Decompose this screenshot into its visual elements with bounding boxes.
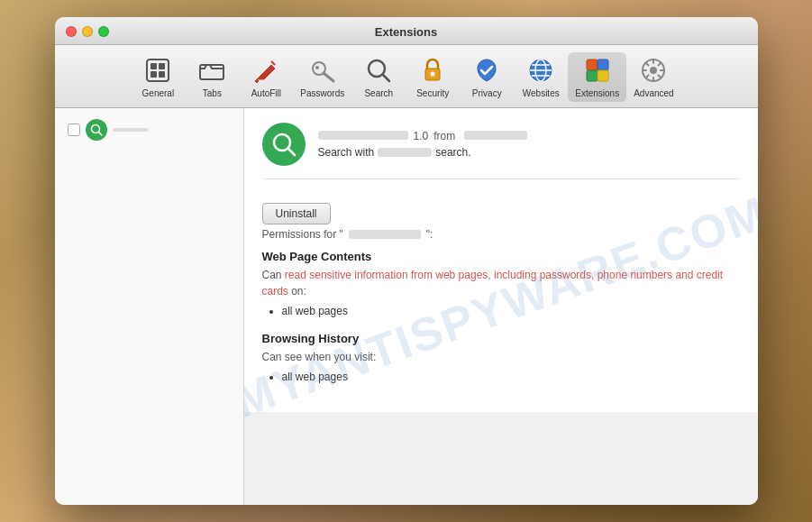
uninstall-button[interactable]: Uninstall [262, 203, 331, 224]
svg-rect-22 [598, 70, 608, 81]
search-label: Search [364, 88, 393, 98]
svg-line-32 [659, 63, 661, 66]
advanced-icon [639, 56, 668, 85]
permissions-for-label: Permissions for " [262, 228, 343, 241]
browsing-history-title: Browsing History [262, 332, 740, 345]
ext-searchwith-row: Search with search. [318, 146, 740, 159]
svg-line-11 [383, 75, 389, 81]
svg-rect-3 [151, 71, 157, 78]
perm-group-browsing-history: Browsing History Can see when you visit:… [262, 332, 740, 383]
toolbar-item-advanced[interactable]: Advanced [626, 52, 680, 102]
web-page-contents-title: Web Page Contents [262, 250, 740, 263]
svg-line-30 [659, 75, 661, 78]
extension-info: 1.0 from Search with search. [318, 130, 740, 159]
passwords-label: Passwords [300, 88, 344, 98]
sidebar [55, 108, 244, 505]
toolbar-item-security[interactable]: Security [406, 52, 460, 102]
toolbar: General Tabs AutoFill [55, 45, 758, 108]
privacy-label: Privacy [472, 88, 502, 98]
sidebar-top [62, 115, 236, 144]
general-icon [143, 56, 172, 85]
svg-line-36 [288, 149, 295, 155]
ext-name-row: 1.0 from [318, 130, 740, 142]
perm-group-web-contents: Web Page Contents Can read sensitive inf… [262, 250, 740, 317]
window-title: Extensions [375, 25, 437, 39]
permissions-title: Permissions for " ": [262, 228, 740, 241]
toolbar-item-search[interactable]: Search [351, 52, 406, 102]
web-contents-list: all web pages [262, 305, 740, 317]
svg-rect-4 [159, 71, 165, 78]
svg-rect-21 [587, 70, 598, 81]
web-contents-desc-prefix: Can [262, 269, 285, 281]
autofill-label: AutoFill [251, 88, 281, 98]
extension-header: 1.0 from Search with search. [262, 123, 740, 179]
svg-point-24 [650, 67, 657, 74]
preferences-window: Extensions General [55, 17, 758, 505]
toolbar-item-tabs[interactable]: Tabs [185, 52, 239, 102]
ext-version: 1.0 [414, 130, 429, 142]
ext-search-name-placeholder [378, 148, 432, 157]
advanced-label: Advanced [634, 88, 673, 98]
title-bar: Extensions [55, 17, 758, 45]
toolbar-item-privacy[interactable]: Privacy [460, 52, 514, 102]
general-label: General [142, 88, 175, 98]
privacy-icon [472, 56, 501, 85]
web-contents-desc-suffix: on: [288, 285, 306, 298]
detail-wrapper: 1.0 from Search with search. Uninstall [244, 108, 758, 505]
svg-line-34 [98, 133, 102, 136]
extension-icon [262, 123, 306, 166]
ext-from-label: from [433, 130, 455, 142]
maximize-button[interactable] [98, 26, 109, 37]
security-icon [418, 56, 447, 85]
passwords-icon [308, 56, 337, 85]
svg-point-9 [315, 66, 319, 69]
permissions-for-suffix: ": [426, 228, 433, 241]
detail-panel: 1.0 from Search with search. Uninstall [244, 108, 758, 412]
toolbar-item-general[interactable]: General [131, 52, 185, 102]
autofill-icon [251, 56, 280, 85]
svg-rect-20 [598, 60, 608, 70]
ext-from-placeholder [464, 131, 527, 140]
minimize-button[interactable] [82, 26, 93, 37]
ext-searchwith-label: Search with [318, 146, 375, 159]
tabs-label: Tabs [203, 88, 222, 98]
permissions-section: Permissions for " ": Web Page Contents C… [262, 228, 740, 383]
extension-search-icon [86, 119, 107, 141]
toolbar-item-autofill[interactable]: AutoFill [239, 52, 293, 102]
extensions-icon [583, 56, 612, 85]
ext-search-suffix: search. [435, 146, 470, 159]
svg-line-31 [646, 75, 649, 78]
extension-checkbox[interactable] [68, 124, 80, 136]
websites-icon [526, 56, 555, 85]
permissions-name-placeholder [349, 230, 421, 239]
websites-label: Websites [523, 88, 560, 98]
traffic-lights [66, 26, 109, 37]
svg-rect-1 [151, 63, 157, 69]
tabs-icon [197, 56, 226, 85]
extensions-label: Extensions [575, 88, 619, 98]
security-label: Security [416, 88, 449, 98]
web-contents-desc-highlight: read sensitive information from web page… [262, 269, 724, 298]
toolbar-item-passwords[interactable]: Passwords [293, 52, 351, 102]
web-page-contents-desc: Can read sensitive information from web … [262, 267, 740, 299]
main-content: 1.0 from Search with search. Uninstall [55, 108, 758, 505]
search-toolbar-icon [364, 56, 393, 85]
toolbar-item-extensions[interactable]: Extensions [568, 52, 626, 102]
browsing-history-list: all web pages [262, 371, 740, 383]
svg-rect-0 [147, 60, 169, 81]
svg-rect-2 [159, 63, 165, 69]
svg-rect-19 [587, 60, 598, 70]
browsing-history-list-item: all web pages [282, 371, 740, 383]
toolbar-item-websites[interactable]: Websites [514, 52, 568, 102]
svg-point-13 [431, 72, 435, 77]
svg-line-29 [646, 63, 649, 66]
ext-name-placeholder [318, 131, 408, 140]
close-button[interactable] [66, 26, 77, 37]
browsing-history-desc: Can see when you visit: [262, 349, 740, 365]
sidebar-extension-name[interactable] [113, 128, 149, 132]
web-contents-list-item: all web pages [282, 305, 740, 317]
